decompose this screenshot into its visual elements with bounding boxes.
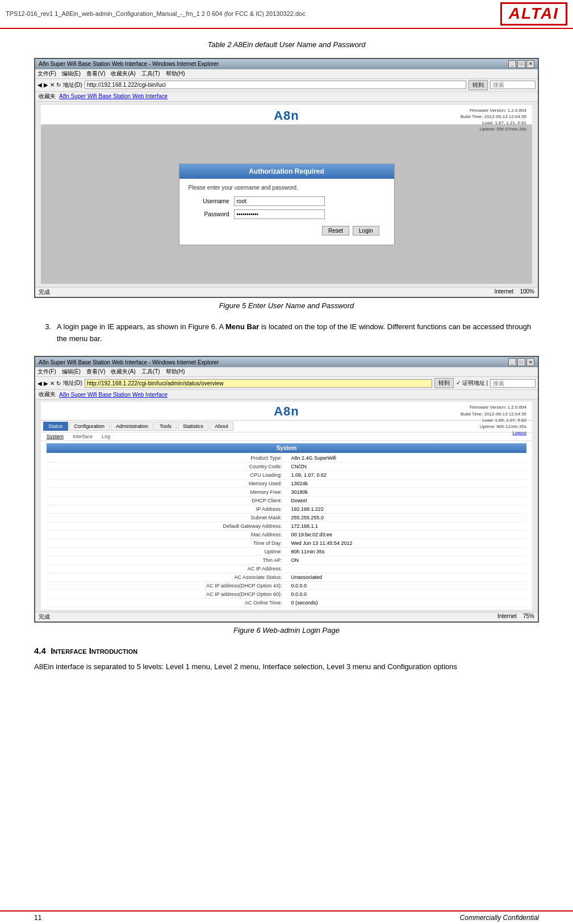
figure5-caption: Figure 5 Enter User Name and Password — [34, 301, 539, 310]
username-input[interactable] — [234, 196, 325, 206]
browser-window-2: A8n Super Wifi Base Station Web Interfac… — [34, 356, 539, 623]
search-box-1[interactable] — [490, 81, 536, 89]
confidential-text: Commercially Confidential — [460, 914, 539, 922]
password-label: Password — [189, 211, 234, 217]
password-input[interactable] — [234, 209, 325, 219]
figure6-caption: Figure 6 Web-admin Login Page — [34, 626, 539, 635]
logout-link[interactable]: Logout — [461, 430, 526, 436]
list-number-3: 3. — [34, 321, 51, 345]
reset-button[interactable]: Reset — [322, 226, 349, 236]
login-buttons: Reset Login — [189, 226, 385, 236]
stop-button-2[interactable]: ✕ — [50, 380, 55, 387]
address-bar-2: ◀ ▶ ✕ ↻ 地址(D) 转到 ✓ 证明地址 | — [35, 377, 538, 390]
system-info-table: Product Type:A8n 2.4G SuperWifiCountry C… — [47, 454, 526, 607]
page-content: Table 2 A8Ein default User Name and Pass… — [0, 29, 573, 705]
close-button-2[interactable]: ✕ — [526, 358, 534, 366]
menu-bar-bold: Menu Bar — [225, 322, 259, 331]
username-row: Username — [189, 196, 385, 206]
minimize-button-1[interactable]: _ — [508, 60, 516, 68]
go-button-2[interactable]: 转到 — [434, 378, 454, 388]
document-header: TPS12-016_rev1 1_A8Ein_web-admin_Configu… — [0, 0, 573, 29]
back-button-1[interactable]: ◀ — [37, 82, 42, 88]
zoom-level-1: 100% — [520, 288, 534, 295]
stop-button-1[interactable]: ✕ — [50, 82, 55, 88]
nav-tab-about[interactable]: About — [210, 422, 233, 431]
favorites-label-1: 收藏夹 — [39, 93, 56, 100]
go-button-1[interactable]: 转到 — [469, 80, 488, 90]
sub-nav: System Interface Log — [41, 432, 532, 441]
sub-nav-log[interactable]: Log — [98, 433, 114, 440]
table-row: AC Online Time:0 (seconds) — [47, 599, 526, 607]
nav-buttons-1[interactable]: ◀ ▶ ✕ ↻ — [37, 82, 61, 88]
nav-tab-tools[interactable]: Tools — [154, 422, 177, 431]
menu-edit-2[interactable]: 编辑(E) — [62, 368, 81, 376]
menu-tools-1[interactable]: 工具(T) — [141, 70, 160, 78]
browser-title-text-2: A8n Super Wifi Base Station Web Interfac… — [39, 359, 219, 366]
forward-button-1[interactable]: ▶ — [44, 82, 48, 88]
menu-file-2[interactable]: 文件(F) — [37, 368, 56, 376]
browser-controls-1[interactable]: _ □ ✕ — [508, 60, 534, 68]
version-info-1: Firmware Version: 1.2.0.604 Build Time: … — [461, 107, 526, 133]
system-section-title: System — [47, 443, 526, 453]
section-44-heading: 4.4 Interface Introduction — [34, 646, 539, 656]
favorites-link-2[interactable]: A8n Super Wifi Base Station Web Interfac… — [59, 392, 168, 398]
menu-help-2[interactable]: 帮助(H) — [166, 368, 185, 376]
menu-tools-2[interactable]: 工具(T) — [141, 368, 160, 376]
refresh-button-1[interactable]: ↻ — [56, 82, 61, 88]
table-row: Product Type:A8n 2.4G SuperWifi — [47, 454, 526, 463]
list-text-part1: A login page in IE appears, as shown in … — [57, 322, 225, 331]
forward-button-2[interactable]: ▶ — [44, 380, 48, 387]
menu-edit-1[interactable]: 编辑(E) — [62, 70, 81, 78]
maximize-button-1[interactable]: □ — [517, 60, 525, 68]
nav-tab-status[interactable]: Status — [43, 422, 68, 431]
sub-nav-interface[interactable]: Interface — [69, 433, 96, 440]
close-button-1[interactable]: ✕ — [526, 60, 534, 68]
table-row: Thin AP:ON — [47, 556, 526, 565]
version-line4-1: Uptime: 05h 07min 26s — [461, 126, 526, 132]
nav-tab-administration[interactable]: Administration — [111, 422, 153, 431]
verify-icon-2: ✓ 证明地址 | — [456, 379, 488, 387]
address-input-2[interactable] — [85, 379, 432, 388]
browser-statusbar-1: 完成 Internet 100% — [35, 287, 538, 297]
browser-titlebar-2: A8n Super Wifi Base Station Web Interfac… — [35, 357, 538, 367]
browser-window-1: A8n Super Wifi Base Station Web Interfac… — [34, 58, 539, 298]
login-button[interactable]: Login — [353, 226, 379, 236]
internet-zone-2: Internet — [497, 613, 517, 619]
menu-file-1[interactable]: 文件(F) — [37, 70, 56, 78]
refresh-button-2[interactable]: ↻ — [56, 380, 61, 387]
table-row: DHCP Client:Down0 — [47, 497, 526, 505]
browser-controls-2[interactable]: _ □ ✕ — [508, 358, 534, 366]
version-line1-2: Firmware Version: 1.2.0.604 — [461, 404, 526, 410]
favorites-bar-2: 收藏夹 A8n Super Wifi Base Station Web Inte… — [35, 390, 538, 400]
version-info-2: Firmware Version: 1.2.0.604 Build Time: … — [461, 404, 526, 436]
login-dialog: Authorization Required Please enter your… — [179, 163, 395, 245]
table-row: Memory Used:13024k — [47, 480, 526, 488]
page-number: 11 — [34, 914, 41, 922]
address-input-1[interactable] — [85, 81, 466, 89]
search-box-2[interactable] — [490, 379, 536, 388]
menu-favorites-1[interactable]: 收藏夹(A) — [111, 70, 135, 78]
address-label-2: 地址(D) — [63, 379, 82, 387]
authorization-required-label: Authorization Required — [249, 167, 324, 175]
back-button-2[interactable]: ◀ — [37, 380, 42, 387]
browser-titlebar-1: A8n Super Wifi Base Station Web Interfac… — [35, 59, 538, 69]
menu-view-2[interactable]: 查看(V) — [86, 368, 105, 376]
browser-menubar-2: 文件(F) 编辑(E) 查看(V) 收藏夹(A) 工具(T) 帮助(H) — [35, 367, 538, 377]
status-right-2: Internet 75% — [497, 613, 534, 621]
browser-statusbar-2: 完成 Internet 75% — [35, 612, 538, 621]
section-number-44: 4.4 — [34, 646, 46, 656]
nav-tab-statistics[interactable]: Statistics — [178, 422, 208, 431]
menu-favorites-2[interactable]: 收藏夹(A) — [111, 368, 135, 376]
favorites-label-2: 收藏夹 — [39, 390, 56, 398]
nav-tab-configuration[interactable]: Configuration — [69, 422, 110, 431]
favorites-link-1[interactable]: A8n Super Wifi Base Station Web Interfac… — [59, 93, 168, 99]
menu-help-1[interactable]: 帮助(H) — [166, 70, 185, 78]
status-text-2: 完成 — [39, 613, 50, 621]
nav-buttons-2[interactable]: ◀ ▶ ✕ ↻ — [37, 380, 61, 387]
sub-nav-system[interactable]: System — [43, 433, 67, 440]
minimize-button-2[interactable]: _ — [508, 358, 516, 366]
table-row: AC Associate Status:Unassociated — [47, 573, 526, 582]
menu-view-1[interactable]: 查看(V) — [86, 70, 105, 78]
doc-title: TPS12-016_rev1 1_A8Ein_web-admin_Configu… — [6, 10, 306, 17]
maximize-button-2[interactable]: □ — [517, 358, 525, 366]
